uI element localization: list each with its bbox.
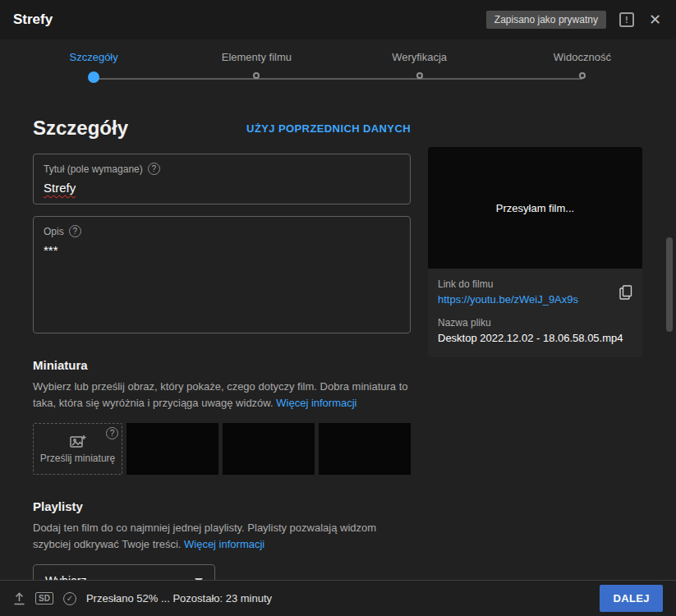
dialog-header: Strefy Zapisano jako prywatny ! ✕ [0, 0, 676, 39]
step-dot [416, 72, 423, 79]
thumbnail-placeholder[interactable] [126, 423, 218, 475]
step-label: Elementy filmu [222, 51, 292, 63]
step-details[interactable]: Szczegóły [12, 51, 175, 83]
playlists-more-info-link[interactable]: Więcej informacji [184, 538, 264, 550]
description-field-value[interactable]: *** [44, 243, 400, 258]
step-video-elements[interactable]: Elementy filmu [175, 51, 338, 83]
step-label: Widoczność [554, 51, 611, 63]
help-icon[interactable]: ? [69, 225, 81, 237]
chevron-down-icon [195, 578, 203, 580]
title-field-value[interactable]: Strefy [44, 181, 76, 195]
video-link-label: Link do filmu [438, 278, 611, 290]
step-dot [253, 72, 260, 79]
upload-thumbnail-label: Prześlij miniaturę [40, 453, 115, 464]
thumbnail-placeholder[interactable] [223, 423, 315, 475]
next-button[interactable]: DALEJ [600, 585, 663, 612]
reuse-details-link[interactable]: UŻYJ POPRZEDNICH DANYCH [246, 122, 411, 135]
thumbnail-placeholder[interactable] [319, 423, 411, 475]
upload-icon [13, 592, 25, 605]
title-field-label: Tytuł (pole wymagane) [44, 163, 143, 175]
step-visibility[interactable]: Widoczność [501, 51, 664, 83]
thumbnail-section-text: Wybierz lub prześlij obraz, który pokaże… [33, 379, 411, 411]
playlists-section-heading: Playlisty [33, 499, 411, 513]
upload-status-text: Przesyłam film... [496, 202, 574, 214]
dialog-title: Strefy [13, 11, 53, 28]
playlist-select-value: Wybierz [45, 574, 86, 580]
step-label: Weryfikacja [392, 51, 447, 63]
playlist-select[interactable]: Wybierz [33, 564, 215, 580]
upload-stepper: Szczegóły Elementy filmu Weryfikacja Wid… [0, 39, 676, 99]
filename-label: Nazwa pliku [438, 317, 632, 329]
dialog-content: Szczegóły UŻYJ POPRZEDNICH DANYCH Tytuł … [0, 99, 676, 580]
playlists-section-text: Dodaj ten film do co najmniej jednej pla… [33, 520, 411, 553]
filename-value: Desktop 2022.12.02 - 18.06.58.05.mp4 [438, 332, 632, 344]
feedback-icon[interactable]: ! [619, 12, 634, 27]
description-field-label: Opis [44, 226, 64, 237]
thumbnail-more-info-link[interactable]: Więcej informacji [276, 397, 356, 409]
scrollbar[interactable] [666, 237, 673, 332]
saved-status-badge: Zapisano jako prywatny [486, 11, 606, 29]
page-title: Szczegóły [33, 117, 128, 140]
step-label: Szczegóły [70, 51, 118, 63]
description-input[interactable]: Opis ? *** [33, 216, 411, 333]
video-link[interactable]: https://youtu.be/zWeiJ_9Ax9s [438, 293, 611, 306]
image-upload-icon [70, 434, 86, 449]
thumbnail-section-heading: Miniatura [33, 358, 411, 372]
help-icon[interactable]: ? [106, 427, 118, 439]
upload-progress-text: Przesłano 52% ... Pozostało: 23 minuty [86, 592, 272, 605]
video-preview: Przesyłam film... [428, 147, 642, 269]
help-icon[interactable]: ? [148, 163, 160, 175]
step-dot-active [88, 71, 99, 83]
step-checks[interactable]: Weryfikacja [338, 51, 501, 83]
checks-complete-icon: ✓ [63, 592, 76, 605]
copy-link-icon[interactable] [619, 285, 632, 300]
close-icon[interactable]: ✕ [647, 11, 663, 29]
sd-quality-badge: SD [35, 592, 53, 605]
dialog-footer: SD ✓ Przesłano 52% ... Pozostało: 23 min… [0, 580, 676, 616]
title-input[interactable]: Tytuł (pole wymagane) ? Strefy [33, 154, 411, 205]
upload-thumbnail-button[interactable]: ? Prześlij miniaturę [33, 423, 122, 475]
video-card: Przesyłam film... Link do filmu https://… [428, 147, 642, 357]
upload-dialog: Strefy Zapisano jako prywatny ! ✕ Szczeg… [0, 0, 676, 616]
step-dot [579, 72, 586, 79]
